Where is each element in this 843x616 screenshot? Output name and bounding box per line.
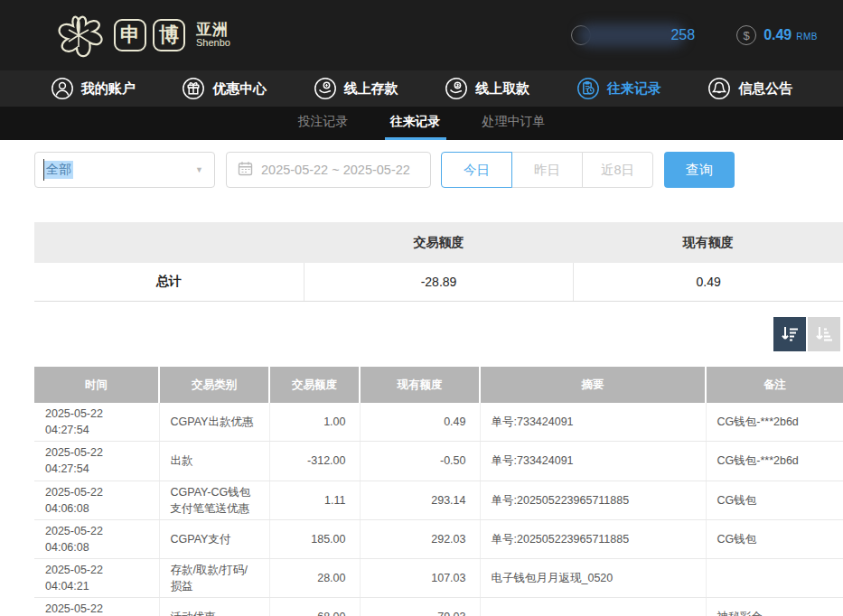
table-row: 2025-05-22 04:06:08CGPAY-CG钱包支付笔笔送优惠1.11… <box>34 481 843 519</box>
date-range-picker[interactable]: 2025-05-22 ~ 2025-05-22 <box>226 152 431 188</box>
nav-item-deposit[interactable]: 线上存款 <box>314 77 398 100</box>
flower-logo-icon <box>52 9 105 61</box>
cell-category: 存款/取款/打码/损益 <box>159 559 269 598</box>
summary-total-label: 总计 <box>34 274 304 290</box>
chevron-down-icon: ▼ <box>195 165 203 174</box>
cell-amount: -312.00 <box>269 442 360 481</box>
transactions-body: 2025-05-22 04:27:54CGPAY出款优惠1.000.49单号:7… <box>34 403 843 616</box>
username-chip[interactable]: 258 <box>571 23 695 47</box>
cell-category: 活动优惠 <box>159 598 269 616</box>
cell-remark: CG钱包-***2b6d <box>706 442 843 481</box>
subnav-transaction-records[interactable]: 往来记录 <box>385 107 446 140</box>
last-8-days-button[interactable]: 近8日 <box>582 152 653 188</box>
today-button[interactable]: 今日 <box>441 152 512 188</box>
filter-row: 全部 ▼ 2025-05-22 ~ 2025-05-22 今日 昨日 近8日 查… <box>34 152 843 188</box>
yesterday-button[interactable]: 昨日 <box>511 152 583 188</box>
nav-item-transactions[interactable]: 往来记录 <box>576 77 661 100</box>
col-header-remark: 备注 <box>706 367 843 403</box>
type-select[interactable]: 全部 ▼ <box>34 152 215 188</box>
type-select-value: 全部 <box>44 161 73 179</box>
cell-amount: 68.00 <box>269 598 360 616</box>
brand-region-block: 亚洲 Shenbo <box>196 22 230 48</box>
summary-total-balance: 0.49 <box>573 263 843 301</box>
cell-remark: 神秘彩金 <box>706 598 843 616</box>
transactions-header: 时间 交易类别 交易额度 现有额度 摘要 备注 <box>34 367 843 403</box>
summary-total-transaction: -28.89 <box>304 263 574 301</box>
col-header-summary: 摘要 <box>480 367 706 403</box>
date-range-value: 2025-05-22 ~ 2025-05-22 <box>261 163 410 177</box>
search-button[interactable]: 查询 <box>664 152 735 188</box>
table-row: 2025-05-22 04:04:21存款/取款/打码/损益28.00107.0… <box>34 559 843 598</box>
col-header-category: 交易类别 <box>159 367 269 403</box>
cell-summary: 单号:202505223965711885 <box>480 481 706 519</box>
cell-balance: 79.03 <box>360 598 480 616</box>
subnav-pending-orders[interactable]: 处理中订单 <box>477 107 551 140</box>
top-header: 申 博 亚洲 Shenbo 258 $ 0.49 RMB <box>0 0 843 70</box>
sort-ascending-icon[interactable] <box>808 317 840 351</box>
username-redacted <box>578 23 685 47</box>
cell-time: 2025-05-22 04:04:21 <box>34 559 159 598</box>
brand-char-2: 博 <box>153 19 185 51</box>
cell-category: CGPAY-CG钱包支付笔笔送优惠 <box>159 481 269 519</box>
brand-logo: 申 博 亚洲 Shenbo <box>52 9 230 61</box>
table-row: 2025-05-22 04:27:54出款-312.00-0.50单号:7334… <box>34 442 843 481</box>
col-header-time: 时间 <box>34 367 159 403</box>
brand-name-boxes: 申 博 <box>114 19 185 51</box>
nav-item-withdraw[interactable]: 线上取款 <box>445 77 529 100</box>
cell-remark: CG钱包-***2b6d <box>706 403 843 442</box>
cell-remark <box>706 559 843 598</box>
balance-display[interactable]: $ 0.49 RMB <box>736 25 818 45</box>
balance-amount: 0.49 <box>763 27 791 43</box>
quick-date-group: 今日 昨日 近8日 <box>441 152 653 188</box>
cell-balance: 292.03 <box>360 519 480 558</box>
sort-descending-icon[interactable] <box>773 317 806 351</box>
cell-time: 2025-05-22 04:27:54 <box>34 403 159 442</box>
cell-time: 2025-05-22 04:04:18 <box>34 598 159 616</box>
table-row: 2025-05-22 04:04:18活动优惠68.0079.03神秘彩金 <box>34 598 843 616</box>
cell-balance: 107.03 <box>360 559 480 598</box>
summary-table: 交易额度 现有额度 总计 -28.89 0.49 <box>34 222 843 302</box>
bell-icon <box>707 77 731 100</box>
cell-summary: 单号:733424091 <box>480 403 706 442</box>
summary-header: 交易额度 现有额度 <box>34 222 843 263</box>
cell-summary: 电子钱包月月返现_0520 <box>480 559 706 598</box>
cell-category: 出款 <box>159 442 269 481</box>
nav-item-promotions[interactable]: 优惠中心 <box>182 77 267 100</box>
deposit-icon <box>314 77 337 100</box>
cell-time: 2025-05-22 04:06:08 <box>34 519 159 558</box>
cell-category: CGPAY出款优惠 <box>159 403 269 442</box>
subnav-betting-records[interactable]: 投注记录 <box>293 107 354 140</box>
table-row: 2025-05-22 04:27:54CGPAY出款优惠1.000.49单号:7… <box>34 403 843 442</box>
gift-icon <box>182 77 205 100</box>
cell-summary <box>480 598 706 616</box>
sub-nav: 投注记录 往来记录 处理中订单 <box>0 107 843 140</box>
cell-summary: 单号:733424091 <box>480 442 706 481</box>
nav-item-my-account[interactable]: 我的账户 <box>51 77 136 100</box>
summary-header-balance: 现有额度 <box>574 235 843 251</box>
cell-remark: CG钱包 <box>706 481 843 519</box>
table-row: 2025-05-22 04:06:08CGPAY支付185.00292.03单号… <box>34 519 843 558</box>
nav-item-announcements[interactable]: 信息公告 <box>707 77 792 100</box>
dollar-circle-icon: $ <box>736 25 756 45</box>
username-suffix: 258 <box>670 27 695 43</box>
cell-balance: 0.49 <box>360 403 480 442</box>
brand-region: 亚洲 <box>196 22 230 38</box>
brand-subtitle: Shenbo <box>196 38 230 49</box>
cell-amount: 1.00 <box>269 403 360 442</box>
main-nav: 我的账户 优惠中心 线上存款 <box>0 70 843 107</box>
col-header-amount: 交易额度 <box>269 367 360 403</box>
cell-remark: CG钱包 <box>706 519 843 558</box>
cell-balance: 293.14 <box>360 481 480 519</box>
sort-controls <box>0 317 840 351</box>
summary-total-row: 总计 -28.89 0.49 <box>34 263 843 302</box>
transactions-table: 时间 交易类别 交易额度 现有额度 摘要 备注 2025-05-22 04:27… <box>34 367 843 616</box>
header-account-area: 258 $ 0.49 RMB <box>571 23 818 47</box>
page: 申 博 亚洲 Shenbo 258 $ 0.49 RMB <box>0 0 843 616</box>
cell-amount: 1.11 <box>269 481 360 519</box>
records-icon <box>576 77 600 100</box>
calendar-icon <box>238 161 253 180</box>
cell-amount: 185.00 <box>269 519 360 558</box>
col-header-balance: 现有额度 <box>360 367 480 403</box>
cell-time: 2025-05-22 04:27:54 <box>34 442 159 481</box>
user-icon <box>51 77 74 100</box>
